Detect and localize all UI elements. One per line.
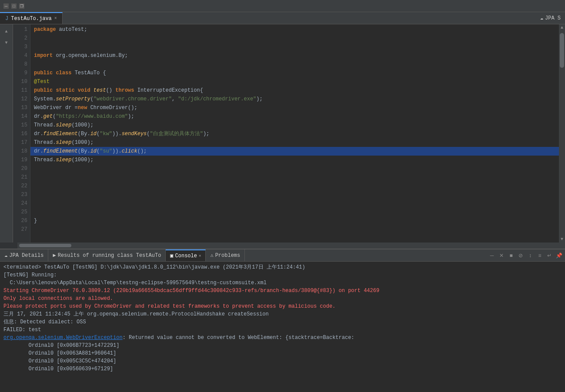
jpa-tab[interactable]: ☁ JPA S — [536, 12, 565, 24]
line-number-11: 11 — [13, 86, 30, 95]
code-line-18: dr.findElement(By.id("su")).click(); — [30, 147, 559, 156]
vertical-scrollbar[interactable]: ▲ ▼ — [559, 24, 565, 243]
code-line-13: WebDriver dr =new ChromeDriver(); — [30, 103, 559, 112]
console-line-0: [TestNG] Running: — [3, 271, 562, 279]
code-line-25 — [30, 208, 559, 216]
code-line-24 — [30, 199, 559, 208]
code-line-27 — [30, 225, 559, 234]
line-number-12: 12 — [13, 95, 30, 103]
line-numbers: 1234891011121314151617181920212223242526… — [13, 24, 30, 243]
line-number-27: 27 — [13, 225, 30, 234]
scroll-down-icon[interactable]: ▼ — [1, 37, 12, 48]
line-number-13: 13 — [13, 103, 30, 112]
code-line-4: import org.openqa.selenium.By; — [30, 51, 559, 60]
clear-button[interactable]: ⊘ — [516, 251, 525, 260]
horiz-scroll-thumb[interactable] — [19, 244, 71, 247]
code-line-9: public class TestAuTo { — [30, 69, 559, 77]
word-wrap-button[interactable]: ↵ — [545, 251, 554, 260]
tab-results[interactable]: ▶ Results of running class TestAuTo — [48, 249, 166, 261]
code-line-1: package autoTest; — [30, 25, 559, 34]
tab-jpa-details[interactable]: ☁ JPA Details — [0, 249, 48, 261]
code-line-11: public static void test() throws Interru… — [30, 86, 559, 95]
line-number-8: 8 — [13, 60, 30, 69]
scroll-down-arrow[interactable]: ▼ — [559, 236, 565, 243]
results-label: Results of running class TestAuTo — [58, 252, 161, 259]
console-line-13: Ordinal0 [0x00560639+67129] — [3, 365, 562, 373]
scroll-up-arrow[interactable]: ▲ — [559, 24, 565, 31]
line-number-23: 23 — [13, 190, 30, 199]
line-number-4: 4 — [13, 51, 30, 60]
tab-testauto-java[interactable]: J TestAuTo.java × — [0, 12, 63, 24]
left-sidebar: ▲ ▼ — [0, 24, 13, 243]
code-line-19: Thread.sleep(1000); — [30, 156, 559, 164]
java-file-icon: J — [5, 16, 8, 22]
line-number-17: 17 — [13, 138, 30, 147]
console-line-7: 信息: Detected dialect: OSS — [3, 318, 562, 326]
line-number-19: 19 — [13, 156, 30, 164]
restore-button[interactable]: ❐ — [19, 3, 24, 9]
jpa-details-icon: ☁ — [4, 252, 7, 259]
code-line-8 — [30, 60, 559, 69]
scroll-thumb[interactable] — [560, 33, 564, 68]
console-line-12: Ordinal0 [0x005C3C5C+474204] — [3, 357, 562, 365]
console-line-4: Only local connections are allowed. — [3, 295, 562, 302]
bottom-tab-controls: ─ ✕ ■ ⊘ ↕ ≡ ↵ 📌 — [488, 251, 565, 260]
jpa-icon: ☁ — [540, 15, 543, 21]
line-number-9: 9 — [13, 69, 30, 77]
console-icon: ▣ — [170, 252, 173, 259]
line-number-16: 16 — [13, 130, 30, 138]
console-line-8: FAILED: test — [3, 326, 562, 334]
problems-icon: ⚠ — [210, 252, 213, 259]
panel-menu-button[interactable]: ≡ — [535, 251, 544, 260]
tab-bar: J TestAuTo.java × ☁ JPA S — [0, 12, 565, 24]
pin-button[interactable]: 📌 — [555, 251, 563, 260]
tab-console[interactable]: ▣ Console ✕ — [166, 249, 206, 261]
minimize-panel-button[interactable]: ─ — [488, 251, 496, 260]
line-number-18: 18 — [13, 147, 30, 156]
code-line-21 — [30, 173, 559, 182]
code-line-26: } — [30, 216, 559, 225]
jpa-tab-label: JPA S — [545, 15, 561, 21]
code-line-10: @Test — [30, 77, 559, 86]
horizontal-scrollbar[interactable] — [0, 243, 565, 249]
line-number-21: 21 — [13, 173, 30, 182]
tab-close-button[interactable]: × — [54, 16, 57, 21]
console-line-3: Starting ChromeDriver 76.0.3809.12 (220b… — [3, 287, 562, 295]
line-number-20: 20 — [13, 164, 30, 173]
code-line-3 — [30, 43, 559, 51]
minimize-button[interactable]: ─ — [3, 3, 9, 9]
console-output: <terminated> TestAuTo [TestNG] D:\jdk\Ja… — [0, 262, 565, 392]
code-line-14: dr.get("https://www.baidu.com"); — [30, 112, 559, 121]
console-terminated-line: <terminated> TestAuTo [TestNG] D:\jdk\Ja… — [3, 263, 562, 271]
line-number-25: 25 — [13, 208, 30, 216]
tab-label: TestAuTo.java — [11, 16, 52, 22]
console-line-5: Please protect ports used by ChromeDrive… — [3, 302, 562, 310]
title-bar: ─ □ ❐ — [0, 0, 565, 12]
line-number-1: 1 — [13, 25, 30, 34]
scroll-lock-button[interactable]: ↕ — [526, 251, 535, 260]
code-line-12: System.setProperty("webdriver.chrome.dri… — [30, 95, 559, 103]
tab-problems[interactable]: ⚠ Problems — [206, 249, 245, 261]
line-number-22: 22 — [13, 182, 30, 190]
line-number-2: 2 — [13, 34, 30, 43]
line-number-14: 14 — [13, 112, 30, 121]
results-icon: ▶ — [53, 252, 56, 259]
jpa-details-label: JPA Details — [9, 252, 43, 259]
code-editor[interactable]: package autoTest; import org.openqa.sele… — [30, 24, 559, 243]
code-line-22 — [30, 182, 559, 190]
console-close-indicator: ✕ — [199, 253, 201, 258]
close-panel-button[interactable]: ✕ — [497, 251, 506, 260]
maximize-button[interactable]: □ — [11, 3, 17, 9]
bottom-tabs: ☁ JPA Details ▶ Results of running class… — [0, 249, 565, 262]
code-line-16: dr.findElement(By.id("kw")).sendKeys("白盒… — [30, 130, 559, 138]
scroll-up-icon[interactable]: ▲ — [1, 26, 12, 37]
line-number-10: 10 — [13, 77, 30, 86]
exception-text: : Returned value cannot be converted to … — [123, 335, 354, 341]
title-bar-controls: ─ □ ❐ — [3, 3, 24, 9]
console-line-9: org.openqa.selenium.WebDriverException: … — [3, 334, 562, 342]
code-line-23 — [30, 190, 559, 199]
webdriver-exception-link[interactable]: org.openqa.selenium.WebDriverException — [3, 335, 123, 341]
console-label: Console — [175, 253, 197, 259]
line-number-3: 3 — [13, 43, 30, 51]
stop-button[interactable]: ■ — [507, 251, 515, 260]
